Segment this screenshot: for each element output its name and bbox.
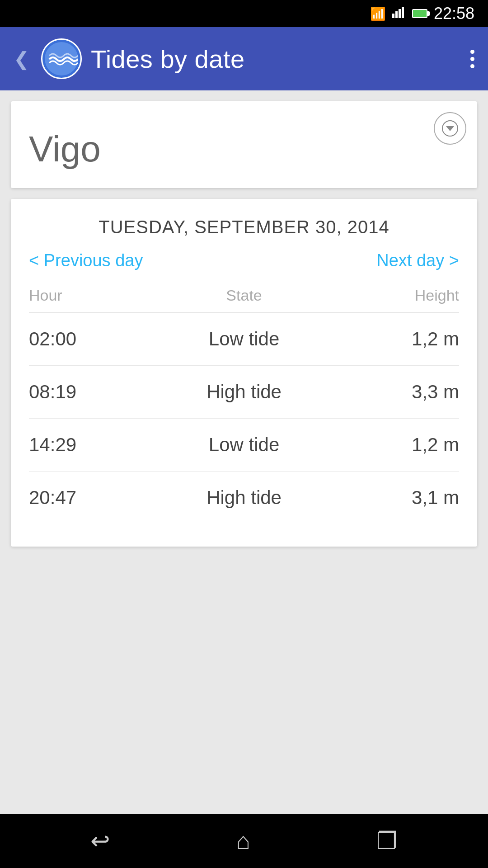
- column-state: State: [149, 287, 339, 313]
- tide-hour: 02:00: [29, 313, 149, 366]
- svg-rect-2: [399, 9, 401, 18]
- date-heading: TUESDAY, SEPTEMBER 30, 2014: [29, 217, 459, 237]
- table-row: 02:00 Low tide 1,2 m: [29, 313, 459, 366]
- tides-card: TUESDAY, SEPTEMBER 30, 2014 < Previous d…: [11, 199, 477, 547]
- app-logo: [41, 38, 82, 79]
- battery-icon: [412, 9, 427, 18]
- tide-state: Low tide: [149, 313, 339, 366]
- tide-table: Hour State Height 02:00 Low tide 1,2 m 0…: [29, 287, 459, 524]
- back-icon[interactable]: ❮: [14, 48, 29, 70]
- table-row: 14:29 Low tide 1,2 m: [29, 419, 459, 472]
- app-title: Tides by date: [91, 44, 245, 74]
- svg-rect-1: [395, 11, 398, 18]
- table-row: 20:47 High tide 3,1 m: [29, 472, 459, 524]
- tide-hour: 08:19: [29, 366, 149, 419]
- signal-icon: [392, 6, 406, 21]
- tide-hour: 20:47: [29, 472, 149, 524]
- svg-marker-6: [446, 126, 454, 131]
- tide-height: 1,2 m: [339, 419, 459, 472]
- location-name: Vigo: [29, 128, 464, 170]
- svg-rect-3: [402, 7, 404, 18]
- tide-height: 3,1 m: [339, 472, 459, 524]
- back-nav-button[interactable]: ↩: [90, 827, 110, 854]
- home-nav-button[interactable]: ⌂: [236, 827, 250, 854]
- wifi-icon: 📶: [370, 6, 386, 21]
- column-height: Height: [339, 287, 459, 313]
- overflow-menu-button[interactable]: [470, 50, 474, 68]
- tide-hour: 14:29: [29, 419, 149, 472]
- tide-state: High tide: [149, 366, 339, 419]
- table-row: 08:19 High tide 3,3 m: [29, 366, 459, 419]
- tide-height: 1,2 m: [339, 313, 459, 366]
- next-day-button[interactable]: Next day >: [376, 251, 459, 270]
- location-card: Vigo: [11, 101, 477, 188]
- column-hour: Hour: [29, 287, 149, 313]
- location-dropdown-button[interactable]: [434, 112, 466, 145]
- tide-height: 3,3 m: [339, 366, 459, 419]
- app-header: ❮ Tides by date: [0, 27, 488, 90]
- tide-state: High tide: [149, 472, 339, 524]
- date-nav-row: < Previous day Next day >: [29, 251, 459, 270]
- recents-nav-button[interactable]: ❐: [376, 827, 398, 854]
- previous-day-button[interactable]: < Previous day: [29, 251, 143, 270]
- svg-rect-0: [392, 14, 394, 18]
- status-bar: 📶 22:58: [0, 0, 488, 27]
- tide-state: Low tide: [149, 419, 339, 472]
- bottom-nav: ↩ ⌂ ❐: [0, 814, 488, 868]
- status-time: 22:58: [434, 4, 474, 23]
